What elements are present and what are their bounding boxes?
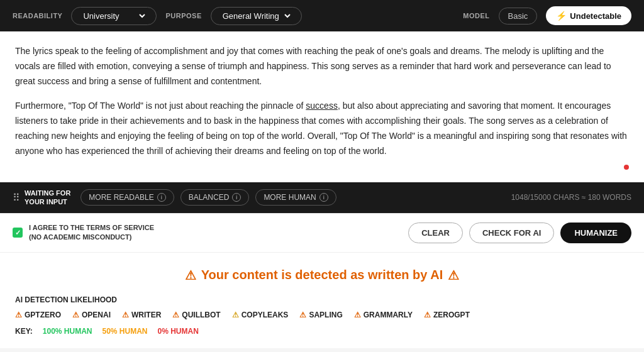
tool-grammarly: ⚠ GRAMMARLY: [354, 311, 413, 319]
agreement-text: I AGREE TO THE TERMS OF SERVICE (NO ACAD…: [29, 223, 154, 243]
editor-paragraph-1: The lyrics speak to the feeling of accom…: [15, 44, 629, 89]
toolbar: READABILITY University High School Middl…: [0, 0, 644, 31]
agreement-row: I AGREE TO THE TERMS OF SERVICE (NO ACAD…: [0, 213, 644, 252]
balanced-info-icon: i: [232, 193, 241, 202]
key-row: KEY: 100% HUMAN 50% HUMAN 0% HUMAN: [15, 327, 629, 336]
waiting-block: ⠿ WAITING FOR YOUR INPUT: [13, 189, 70, 207]
tool-openai: ⚠ OPENAI: [72, 311, 111, 319]
balanced-button[interactable]: BALANCED i: [180, 189, 250, 206]
tool-writer: ⚠ WRITER: [122, 311, 161, 319]
more-human-info-icon: i: [319, 193, 328, 202]
readability-dropdown[interactable]: University High School Middle School PhD: [80, 11, 147, 21]
more-human-button[interactable]: MORE HUMAN i: [255, 189, 336, 206]
model-basic-button[interactable]: Basic: [499, 8, 538, 25]
purpose-dropdown[interactable]: General Writing Essay Academic: [220, 11, 292, 21]
red-dot-indicator: [624, 165, 629, 170]
chars-count: 1048/15000 CHARS ≈ 180 WORDS: [511, 193, 631, 202]
tool-grammarly-icon: ⚠: [354, 311, 361, 319]
lightning-icon: ⚡: [556, 11, 567, 21]
model-label: MODEL: [463, 12, 489, 19]
tool-gptzero: ⚠ GPTZERO: [15, 311, 61, 319]
warning-icon-left: ⚠: [185, 268, 196, 283]
readability-select[interactable]: University High School Middle School PhD: [71, 7, 157, 25]
readability-label: READABILITY: [13, 12, 62, 19]
tool-sapling: ⚠ SAPLING: [299, 311, 342, 319]
tool-gptzero-icon: ⚠: [15, 311, 22, 319]
waiting-text: WAITING FOR YOUR INPUT: [25, 189, 70, 207]
ai-warning-title: ⚠ Your content is detected as written by…: [15, 268, 629, 283]
grid-icon: ⠿: [13, 192, 19, 204]
warning-icon-right: ⚠: [448, 268, 459, 283]
clear-button[interactable]: CLEAR: [408, 223, 463, 243]
tool-quillbot-icon: ⚠: [172, 311, 179, 319]
check-for-ai-button[interactable]: CHECK FOR AI: [469, 223, 554, 243]
key-label: KEY:: [15, 327, 33, 336]
editor-paragraph-2: Furthermore, "Top Of The World" is not j…: [15, 99, 629, 158]
tool-sapling-icon: ⚠: [299, 311, 306, 319]
ai-detection-section: ⚠ Your content is detected as written by…: [0, 252, 644, 348]
agreement-checkbox[interactable]: [13, 228, 23, 238]
detection-tools-row: ⚠ GPTZERO ⚠ OPENAI ⚠ WRITER ⚠ QUILLBOT ⚠…: [15, 311, 629, 319]
tool-copyleaks-icon: ⚠: [232, 311, 239, 319]
tool-quillbot: ⚠ QUILLBOT: [172, 311, 220, 319]
ai-likelihood-label: AI DETECTION LIKELIHOOD: [15, 295, 629, 304]
humanize-button[interactable]: HUMANIZE: [560, 223, 631, 243]
key-0-human: 0% HUMAN: [157, 327, 198, 336]
purpose-select[interactable]: General Writing Essay Academic: [211, 7, 302, 25]
model-undetectable-button[interactable]: ⚡ Undetectable: [546, 6, 631, 25]
editor-area[interactable]: The lyrics speak to the feeling of accom…: [0, 31, 644, 182]
key-100-human: 100% HUMAN: [43, 327, 92, 336]
tool-zerogpt: ⚠ ZEROGPT: [424, 311, 470, 319]
tool-openai-icon: ⚠: [72, 311, 79, 319]
tool-copyleaks: ⚠ COPYLEAKS: [232, 311, 289, 319]
tool-zerogpt-icon: ⚠: [424, 311, 431, 319]
action-buttons: CLEAR CHECK FOR AI HUMANIZE: [408, 223, 631, 243]
tool-writer-icon: ⚠: [122, 311, 129, 319]
more-readable-info-icon: i: [157, 193, 166, 202]
key-50-human: 50% HUMAN: [102, 327, 147, 336]
success-link: success: [306, 101, 338, 111]
more-readable-button[interactable]: MORE READABLE i: [80, 189, 174, 206]
purpose-label: PURPOSE: [165, 12, 201, 19]
editor-bottom-bar: ⠿ WAITING FOR YOUR INPUT MORE READABLE i…: [0, 182, 644, 213]
